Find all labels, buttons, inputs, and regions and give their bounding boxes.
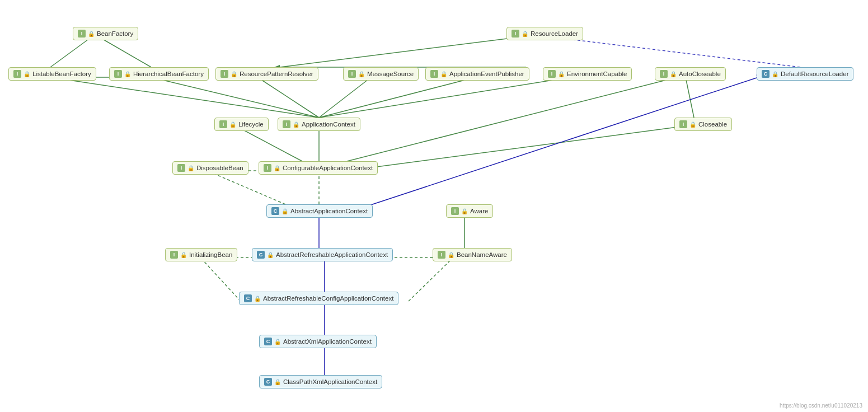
- svg-line-39: [207, 171, 285, 204]
- node-DefaultResourceLoader: C 🔒 DefaultResourceLoader: [757, 67, 853, 81]
- svg-line-20: [50, 77, 319, 118]
- node-AbstractRefreshableApplicationContext: C 🔒 AbstractRefreshableApplicationContex…: [252, 248, 393, 261]
- svg-line-14: [319, 77, 371, 118]
- label-EnvironmentCapable: EnvironmentCapable: [567, 71, 627, 77]
- node-Aware: I 🔒 Aware: [446, 204, 493, 218]
- badge-ListableBeanFactory: I: [13, 70, 21, 78]
- label-Aware: Aware: [470, 208, 488, 214]
- node-Closeable: I 🔒 Closeable: [674, 118, 732, 131]
- label-DefaultResourceLoader: DefaultResourceLoader: [781, 71, 848, 77]
- node-AutoCloseable: I 🔒 AutoCloseable: [655, 67, 726, 81]
- badge-HierarchicalBeanFactory: I: [114, 70, 122, 78]
- svg-line-16: [319, 77, 476, 118]
- label-ResourcePatternResolver: ResourcePatternResolver: [240, 71, 313, 77]
- label-ClassPathXmlApplicationContext: ClassPathXmlApplicationContext: [283, 378, 377, 385]
- node-InitializingBean: I 🔒 InitializingBean: [165, 248, 237, 261]
- badge-MessageSource: I: [348, 70, 356, 78]
- label-ApplicationEventPublisher: ApplicationEventPublisher: [449, 71, 524, 77]
- label-Lifecycle: Lifecycle: [238, 121, 264, 128]
- node-HierarchicalBeanFactory: I 🔒 HierarchicalBeanFactory: [109, 67, 209, 81]
- node-Lifecycle: I 🔒 Lifecycle: [214, 118, 269, 131]
- label-AbstractRefreshableApplicationContext: AbstractRefreshableApplicationContext: [276, 251, 388, 258]
- label-AutoCloseable: AutoCloseable: [679, 71, 721, 77]
- watermark: https://blog.csdn.net/u011020213: [780, 402, 862, 409]
- badge-ConfigurableApplicationContext: I: [264, 164, 271, 172]
- label-Closeable: Closeable: [698, 121, 727, 128]
- node-AbstractXmlApplicationContext: C 🔒 AbstractXmlApplicationContext: [259, 335, 377, 348]
- badge-ApplicationContext: I: [283, 120, 290, 128]
- node-ApplicationContext: I 🔒 ApplicationContext: [278, 118, 360, 131]
- svg-line-12: [257, 77, 319, 118]
- badge-AbstractXmlApplicationContext: C: [264, 338, 272, 345]
- badge-AbstractRefreshableConfigApplicationContext: C: [244, 294, 252, 302]
- badge-Closeable: I: [679, 120, 687, 128]
- badge-InitializingBean: I: [170, 251, 178, 259]
- svg-line-4: [50, 36, 92, 67]
- node-ApplicationEventPublisher: I 🔒 ApplicationEventPublisher: [425, 67, 529, 81]
- node-ConfigurableApplicationContext: I 🔒 ConfigurableApplicationContext: [259, 161, 378, 175]
- arrows-svg: [0, 0, 868, 412]
- svg-line-6: [98, 36, 151, 67]
- label-ListableBeanFactory: ListableBeanFactory: [32, 71, 91, 77]
- badge-DefaultResourceLoader: C: [762, 70, 770, 78]
- svg-line-55: [409, 258, 453, 301]
- label-DisposableBean: DisposableBean: [196, 165, 243, 171]
- node-ClassPathXmlApplicationContext: C 🔒 ClassPathXmlApplicationContext: [259, 375, 382, 388]
- label-AbstractXmlApplicationContext: AbstractXmlApplicationContext: [283, 338, 372, 345]
- svg-line-61: [546, 36, 800, 67]
- svg-line-18: [319, 77, 571, 118]
- badge-DisposableBean: I: [177, 164, 185, 172]
- diagram-container: I 🔒 BeanFactory I 🔒 ResourceLoader I 🔒 L…: [0, 0, 868, 412]
- badge-ResourcePatternResolver: I: [220, 70, 228, 78]
- node-BeanNameAware: I 🔒 BeanNameAware: [433, 248, 512, 261]
- badge-BeanFactory: I: [78, 30, 86, 38]
- node-ListableBeanFactory: I 🔒 ListableBeanFactory: [8, 67, 96, 81]
- svg-line-22: [151, 77, 319, 118]
- label-MessageSource: MessageSource: [367, 71, 414, 77]
- badge-ResourceLoader: I: [512, 30, 519, 38]
- node-DisposableBean: I 🔒 DisposableBean: [172, 161, 248, 175]
- node-AbstractRefreshableConfigApplicationContext: C 🔒 AbstractRefreshableConfigApplication…: [239, 292, 398, 305]
- svg-line-29: [347, 77, 677, 161]
- label-ApplicationContext: ApplicationContext: [302, 121, 355, 128]
- badge-Lifecycle: I: [219, 120, 227, 128]
- node-ResourceLoader: I 🔒 ResourceLoader: [506, 27, 583, 40]
- label-AbstractRefreshableConfigApplicationContext: AbstractRefreshableConfigApplicationCont…: [263, 295, 393, 302]
- badge-BeanNameAware: I: [438, 251, 445, 259]
- badge-AbstractRefreshableApplicationContext: C: [257, 251, 265, 259]
- node-ResourcePatternResolver: I 🔒 ResourcePatternResolver: [215, 67, 318, 81]
- badge-ClassPathXmlApplicationContext: C: [264, 378, 272, 386]
- svg-line-53: [200, 258, 241, 301]
- badge-EnvironmentCapable: I: [548, 70, 556, 78]
- label-AbstractApplicationContext: AbstractApplicationContext: [290, 208, 368, 214]
- svg-line-27: [238, 127, 302, 161]
- node-EnvironmentCapable: I 🔒 EnvironmentCapable: [543, 67, 632, 81]
- node-BeanFactory: I 🔒 BeanFactory: [73, 27, 138, 40]
- svg-line-31: [686, 77, 694, 118]
- badge-ApplicationEventPublisher: I: [430, 70, 438, 78]
- label-BeanFactory: BeanFactory: [97, 30, 133, 37]
- node-MessageSource: I 🔒 MessageSource: [343, 67, 419, 81]
- label-InitializingBean: InitializingBean: [189, 251, 232, 258]
- node-AbstractApplicationContext: C 🔒 AbstractApplicationContext: [266, 204, 373, 218]
- label-ConfigurableApplicationContext: ConfigurableApplicationContext: [283, 165, 373, 171]
- svg-line-41: [347, 77, 758, 213]
- label-BeanNameAware: BeanNameAware: [457, 251, 507, 258]
- svg-line-33: [347, 127, 677, 171]
- svg-line-10: [280, 36, 525, 67]
- badge-Aware: I: [451, 207, 459, 215]
- badge-AbstractApplicationContext: C: [271, 207, 279, 215]
- badge-AutoCloseable: I: [660, 70, 668, 78]
- label-ResourceLoader: ResourceLoader: [531, 30, 578, 37]
- label-HierarchicalBeanFactory: HierarchicalBeanFactory: [133, 71, 204, 77]
